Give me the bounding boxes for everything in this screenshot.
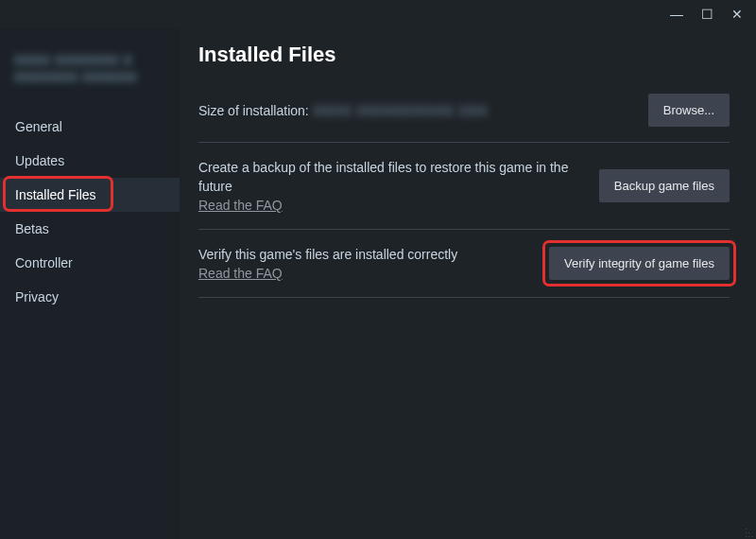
verify-row: Verify this game's files are installed c… (198, 245, 730, 298)
game-title: XXXX XXXXXXX X XXXXXXX XXXXXX (14, 52, 165, 86)
browse-button[interactable]: Browse... (648, 94, 730, 127)
sidebar-item-installed-files[interactable]: Installed Files (0, 178, 180, 212)
main-panel: Installed Files Size of installation: XX… (180, 28, 756, 539)
backup-faq-link[interactable]: Read the FAQ (198, 198, 283, 213)
game-title-block: XXXX XXXXXXX X XXXXXXX XXXXXX (0, 52, 180, 110)
backup-desc: Create a backup of the installed files t… (198, 158, 580, 196)
backup-button[interactable]: Backup game files (599, 169, 730, 202)
sidebar-item-label: General (15, 119, 62, 134)
sidebar-item-controller[interactable]: Controller (0, 246, 180, 280)
close-button[interactable]: ✕ (726, 4, 748, 25)
verify-desc: Verify this game's files are installed c… (198, 245, 530, 264)
size-label: Size of installation: (198, 103, 309, 118)
size-row-text: Size of installation: XXXX XXXXXXXXXX XX… (198, 102, 648, 119)
sidebar-item-label: Updates (15, 153, 64, 168)
sidebar: XXXX XXXXXXX X XXXXXXX XXXXXX General Up… (0, 28, 180, 539)
sidebar-item-betas[interactable]: Betas (0, 212, 180, 246)
resize-grip[interactable]: ...... (745, 526, 754, 537)
window-controls: — ☐ ✕ (665, 4, 748, 25)
size-row: Size of installation: XXXX XXXXXXXXXX XX… (198, 94, 730, 143)
sidebar-item-updates[interactable]: Updates (0, 144, 180, 178)
verify-integrity-button[interactable]: Verify integrity of game files (549, 247, 730, 280)
backup-row: Create a backup of the installed files t… (198, 158, 730, 230)
sidebar-item-privacy[interactable]: Privacy (0, 280, 180, 314)
page-title: Installed Files (198, 43, 730, 67)
minimize-button[interactable]: — (665, 4, 688, 25)
sidebar-item-general[interactable]: General (0, 110, 180, 144)
verify-faq-link[interactable]: Read the FAQ (198, 266, 283, 281)
install-path: XXXX XXXXXXXXXX XXX (313, 103, 489, 118)
sidebar-item-label: Installed Files (15, 187, 96, 202)
backup-row-text: Create a backup of the installed files t… (198, 158, 599, 214)
verify-row-text: Verify this game's files are installed c… (198, 245, 549, 282)
titlebar: — ☐ ✕ (0, 0, 756, 28)
sidebar-item-label: Privacy (15, 289, 59, 304)
content-wrapper: XXXX XXXXXXX X XXXXXXX XXXXXX General Up… (0, 28, 756, 539)
maximize-button[interactable]: ☐ (696, 4, 718, 25)
sidebar-item-label: Betas (15, 221, 49, 236)
verify-button-wrapper: Verify integrity of game files (549, 247, 730, 280)
sidebar-item-label: Controller (15, 255, 73, 270)
